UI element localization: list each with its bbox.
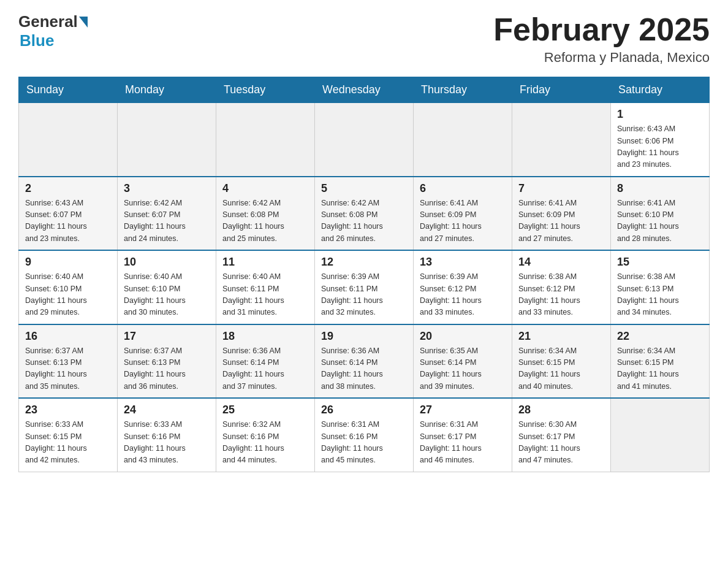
day-info: Sunrise: 6:41 AM Sunset: 6:10 PM Dayligh… bbox=[617, 197, 703, 245]
calendar-day-cell: 4Sunrise: 6:42 AM Sunset: 6:08 PM Daylig… bbox=[216, 177, 315, 251]
day-info: Sunrise: 6:34 AM Sunset: 6:15 PM Dayligh… bbox=[518, 345, 604, 393]
day-number: 1 bbox=[617, 108, 703, 121]
calendar-day-cell: 3Sunrise: 6:42 AM Sunset: 6:07 PM Daylig… bbox=[118, 177, 216, 251]
calendar-day-cell: 11Sunrise: 6:40 AM Sunset: 6:11 PM Dayli… bbox=[216, 250, 315, 324]
calendar-day-cell: 17Sunrise: 6:37 AM Sunset: 6:13 PM Dayli… bbox=[118, 324, 216, 399]
calendar-day-cell bbox=[414, 103, 512, 177]
logo-top: General bbox=[18, 12, 89, 31]
day-info: Sunrise: 6:40 AM Sunset: 6:10 PM Dayligh… bbox=[124, 271, 210, 319]
day-number: 19 bbox=[321, 330, 407, 343]
day-info: Sunrise: 6:39 AM Sunset: 6:11 PM Dayligh… bbox=[321, 271, 407, 319]
day-info: Sunrise: 6:36 AM Sunset: 6:14 PM Dayligh… bbox=[222, 345, 308, 393]
calendar-day-cell: 15Sunrise: 6:38 AM Sunset: 6:13 PM Dayli… bbox=[611, 250, 710, 324]
day-number: 2 bbox=[25, 182, 111, 195]
day-info: Sunrise: 6:36 AM Sunset: 6:14 PM Dayligh… bbox=[321, 345, 407, 393]
day-number: 7 bbox=[518, 182, 604, 195]
day-number: 20 bbox=[420, 330, 506, 343]
page-header: General Blue February 2025 Reforma y Pla… bbox=[18, 12, 710, 66]
day-number: 6 bbox=[420, 182, 506, 195]
day-info: Sunrise: 6:37 AM Sunset: 6:13 PM Dayligh… bbox=[25, 345, 111, 393]
logo: General Blue bbox=[18, 12, 89, 50]
day-info: Sunrise: 6:30 AM Sunset: 6:17 PM Dayligh… bbox=[518, 419, 604, 467]
calendar-day-cell: 22Sunrise: 6:34 AM Sunset: 6:15 PM Dayli… bbox=[611, 324, 710, 399]
calendar-week-row: 16Sunrise: 6:37 AM Sunset: 6:13 PM Dayli… bbox=[19, 324, 710, 399]
day-info: Sunrise: 6:42 AM Sunset: 6:08 PM Dayligh… bbox=[321, 197, 407, 245]
calendar-day-cell: 23Sunrise: 6:33 AM Sunset: 6:15 PM Dayli… bbox=[19, 398, 118, 472]
day-number: 11 bbox=[222, 256, 308, 269]
calendar-day-cell: 16Sunrise: 6:37 AM Sunset: 6:13 PM Dayli… bbox=[19, 324, 118, 399]
calendar-day-cell: 10Sunrise: 6:40 AM Sunset: 6:10 PM Dayli… bbox=[118, 250, 216, 324]
day-info: Sunrise: 6:43 AM Sunset: 6:07 PM Dayligh… bbox=[25, 197, 111, 245]
calendar-day-cell: 21Sunrise: 6:34 AM Sunset: 6:15 PM Dayli… bbox=[512, 324, 611, 399]
day-info: Sunrise: 6:41 AM Sunset: 6:09 PM Dayligh… bbox=[420, 197, 506, 245]
calendar-day-cell: 24Sunrise: 6:33 AM Sunset: 6:16 PM Dayli… bbox=[118, 398, 216, 472]
day-info: Sunrise: 6:37 AM Sunset: 6:13 PM Dayligh… bbox=[124, 345, 210, 393]
calendar-day-cell: 18Sunrise: 6:36 AM Sunset: 6:14 PM Dayli… bbox=[216, 324, 315, 399]
day-number: 22 bbox=[617, 330, 703, 343]
day-info: Sunrise: 6:33 AM Sunset: 6:15 PM Dayligh… bbox=[25, 419, 111, 467]
header-sunday: Sunday bbox=[19, 77, 118, 103]
calendar-header-row: Sunday Monday Tuesday Wednesday Thursday… bbox=[19, 77, 710, 103]
day-number: 21 bbox=[518, 330, 604, 343]
day-info: Sunrise: 6:43 AM Sunset: 6:06 PM Dayligh… bbox=[617, 123, 703, 171]
calendar-day-cell bbox=[118, 103, 216, 177]
day-info: Sunrise: 6:31 AM Sunset: 6:16 PM Dayligh… bbox=[321, 419, 407, 467]
title-area: February 2025 Reforma y Planada, Mexico bbox=[493, 12, 710, 66]
calendar-day-cell: 12Sunrise: 6:39 AM Sunset: 6:11 PM Dayli… bbox=[315, 250, 414, 324]
day-info: Sunrise: 6:39 AM Sunset: 6:12 PM Dayligh… bbox=[420, 271, 506, 319]
header-monday: Monday bbox=[118, 77, 216, 103]
day-number: 3 bbox=[124, 182, 210, 195]
calendar-day-cell bbox=[315, 103, 414, 177]
calendar-day-cell: 19Sunrise: 6:36 AM Sunset: 6:14 PM Dayli… bbox=[315, 324, 414, 399]
day-number: 25 bbox=[222, 404, 308, 416]
header-thursday: Thursday bbox=[414, 77, 512, 103]
day-number: 4 bbox=[222, 182, 308, 195]
calendar-day-cell bbox=[512, 103, 611, 177]
logo-general-text: General bbox=[18, 12, 78, 31]
calendar-day-cell: 1Sunrise: 6:43 AM Sunset: 6:06 PM Daylig… bbox=[611, 103, 710, 177]
day-info: Sunrise: 6:41 AM Sunset: 6:09 PM Dayligh… bbox=[518, 197, 604, 245]
calendar-day-cell: 27Sunrise: 6:31 AM Sunset: 6:17 PM Dayli… bbox=[414, 398, 512, 472]
day-number: 10 bbox=[124, 256, 210, 269]
day-number: 9 bbox=[25, 256, 111, 269]
day-info: Sunrise: 6:32 AM Sunset: 6:16 PM Dayligh… bbox=[222, 419, 308, 467]
day-info: Sunrise: 6:35 AM Sunset: 6:14 PM Dayligh… bbox=[420, 345, 506, 393]
day-number: 24 bbox=[124, 404, 210, 416]
day-number: 28 bbox=[518, 404, 604, 416]
day-info: Sunrise: 6:34 AM Sunset: 6:15 PM Dayligh… bbox=[617, 345, 703, 393]
calendar-day-cell: 2Sunrise: 6:43 AM Sunset: 6:07 PM Daylig… bbox=[19, 177, 118, 251]
calendar-week-row: 2Sunrise: 6:43 AM Sunset: 6:07 PM Daylig… bbox=[19, 177, 710, 251]
day-info: Sunrise: 6:38 AM Sunset: 6:12 PM Dayligh… bbox=[518, 271, 604, 319]
day-number: 8 bbox=[617, 182, 703, 195]
location-text: Reforma y Planada, Mexico bbox=[493, 50, 710, 66]
logo-arrow-icon bbox=[79, 17, 88, 28]
day-number: 14 bbox=[518, 256, 604, 269]
header-wednesday: Wednesday bbox=[315, 77, 414, 103]
day-info: Sunrise: 6:42 AM Sunset: 6:07 PM Dayligh… bbox=[124, 197, 210, 245]
calendar-day-cell: 28Sunrise: 6:30 AM Sunset: 6:17 PM Dayli… bbox=[512, 398, 611, 472]
calendar-day-cell: 13Sunrise: 6:39 AM Sunset: 6:12 PM Dayli… bbox=[414, 250, 512, 324]
day-number: 5 bbox=[321, 182, 407, 195]
calendar-day-cell: 14Sunrise: 6:38 AM Sunset: 6:12 PM Dayli… bbox=[512, 250, 611, 324]
day-number: 13 bbox=[420, 256, 506, 269]
day-number: 23 bbox=[25, 404, 111, 416]
calendar-day-cell: 8Sunrise: 6:41 AM Sunset: 6:10 PM Daylig… bbox=[611, 177, 710, 251]
day-info: Sunrise: 6:40 AM Sunset: 6:10 PM Dayligh… bbox=[25, 271, 111, 319]
header-tuesday: Tuesday bbox=[216, 77, 315, 103]
logo-blue-text: Blue bbox=[20, 31, 54, 50]
calendar-week-row: 9Sunrise: 6:40 AM Sunset: 6:10 PM Daylig… bbox=[19, 250, 710, 324]
calendar-day-cell: 5Sunrise: 6:42 AM Sunset: 6:08 PM Daylig… bbox=[315, 177, 414, 251]
calendar-day-cell bbox=[19, 103, 118, 177]
day-number: 12 bbox=[321, 256, 407, 269]
day-info: Sunrise: 6:31 AM Sunset: 6:17 PM Dayligh… bbox=[420, 419, 506, 467]
day-number: 17 bbox=[124, 330, 210, 343]
header-friday: Friday bbox=[512, 77, 611, 103]
calendar-day-cell: 20Sunrise: 6:35 AM Sunset: 6:14 PM Dayli… bbox=[414, 324, 512, 399]
day-number: 16 bbox=[25, 330, 111, 343]
day-number: 27 bbox=[420, 404, 506, 416]
day-info: Sunrise: 6:38 AM Sunset: 6:13 PM Dayligh… bbox=[617, 271, 703, 319]
calendar-day-cell bbox=[216, 103, 315, 177]
calendar-day-cell: 7Sunrise: 6:41 AM Sunset: 6:09 PM Daylig… bbox=[512, 177, 611, 251]
calendar-week-row: 23Sunrise: 6:33 AM Sunset: 6:15 PM Dayli… bbox=[19, 398, 710, 472]
day-info: Sunrise: 6:42 AM Sunset: 6:08 PM Dayligh… bbox=[222, 197, 308, 245]
